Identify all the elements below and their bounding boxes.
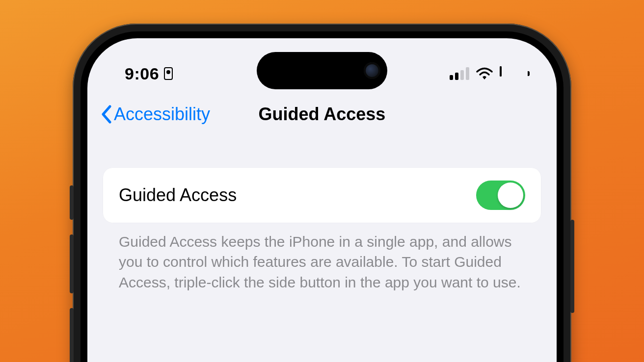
toggle-knob	[498, 182, 523, 208]
settings-content: Guided Access Guided Access keeps the iP…	[87, 131, 557, 292]
wifi-icon	[476, 67, 493, 80]
front-camera-icon	[364, 62, 380, 79]
volume-down-button	[70, 308, 74, 362]
phone-bezel: 9:06	[80, 31, 564, 362]
settings-group: Guided Access	[103, 168, 541, 223]
orientation-lock-icon	[164, 67, 173, 80]
page-title: Guided Access	[259, 104, 386, 125]
chevron-left-icon	[100, 105, 112, 124]
phone-frame: 9:06	[73, 24, 571, 362]
side-button	[570, 220, 574, 313]
battery-icon	[500, 67, 527, 80]
navigation-bar: Accessibility Guided Access	[87, 97, 557, 131]
volume-up-button	[70, 234, 74, 293]
guided-access-description: Guided Access keeps the iPhone in a sing…	[103, 223, 541, 292]
guided-access-label: Guided Access	[119, 185, 237, 206]
dynamic-island	[257, 52, 387, 89]
guided-access-row[interactable]: Guided Access	[103, 168, 541, 223]
mute-switch	[70, 185, 74, 220]
phone-screen: 9:06	[87, 38, 557, 362]
status-time: 9:06	[125, 64, 159, 83]
back-button-label: Accessibility	[114, 104, 210, 125]
cellular-signal-icon	[450, 67, 469, 80]
status-left: 9:06	[125, 64, 173, 83]
guided-access-toggle[interactable]	[476, 181, 525, 210]
back-button[interactable]: Accessibility	[100, 104, 210, 125]
status-right	[450, 67, 527, 80]
